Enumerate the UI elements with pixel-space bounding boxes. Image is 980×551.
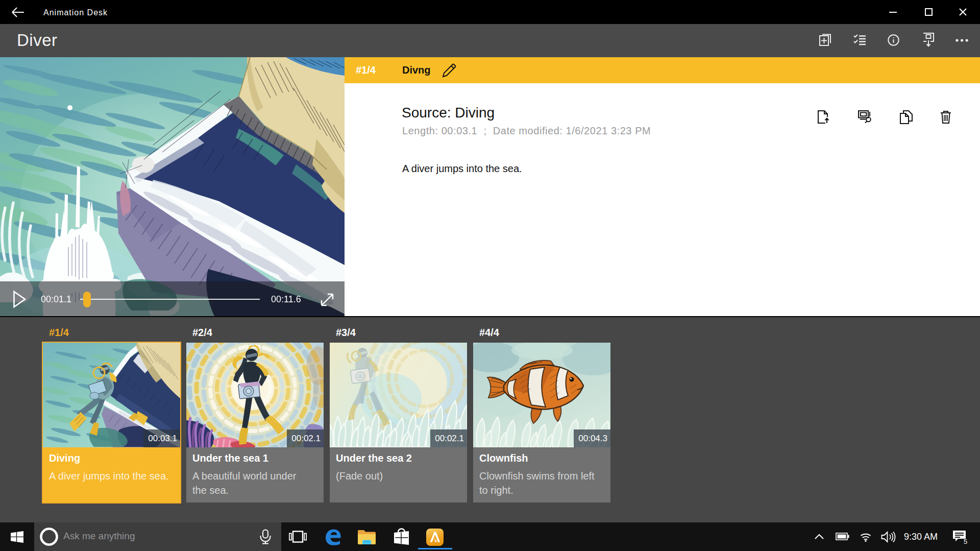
svg-text:5: 5 bbox=[964, 538, 967, 544]
